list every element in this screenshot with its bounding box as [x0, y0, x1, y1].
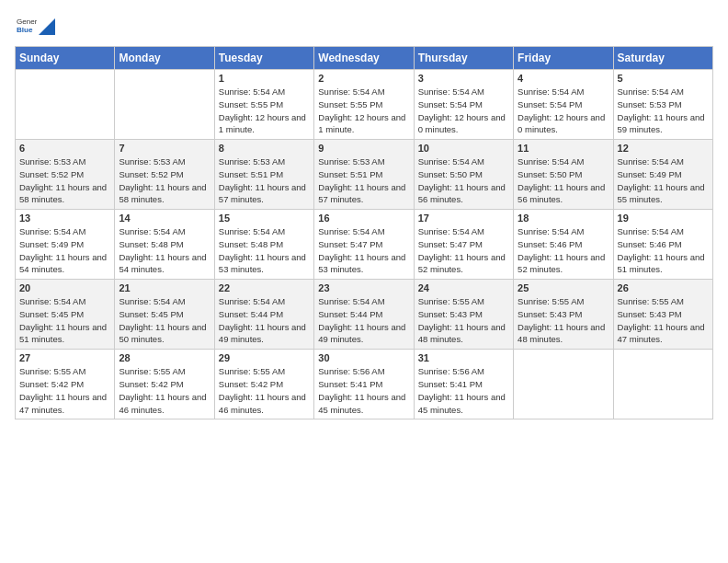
- calendar-day-cell: 16Sunrise: 5:54 AMSunset: 5:47 PMDayligh…: [314, 210, 414, 280]
- day-info: Sunrise: 5:54 AMSunset: 5:49 PMDaylight:…: [618, 155, 709, 206]
- calendar-day-cell: 27Sunrise: 5:55 AMSunset: 5:42 PMDayligh…: [16, 350, 115, 419]
- logo: General Blue: [15, 15, 55, 39]
- day-number: 18: [518, 213, 609, 224]
- calendar-day-cell: 21Sunrise: 5:54 AMSunset: 5:45 PMDayligh…: [115, 280, 214, 350]
- day-info: Sunrise: 5:54 AMSunset: 5:54 PMDaylight:…: [518, 86, 609, 136]
- day-number: 19: [618, 213, 709, 224]
- day-number: 23: [318, 282, 409, 293]
- day-info: Sunrise: 5:54 AMSunset: 5:50 PMDaylight:…: [518, 155, 609, 206]
- day-number: 26: [618, 282, 709, 293]
- day-info: Sunrise: 5:54 AMSunset: 5:46 PMDaylight:…: [518, 225, 609, 276]
- day-info: Sunrise: 5:54 AMSunset: 5:54 PMDaylight:…: [418, 86, 509, 136]
- day-number: 11: [518, 143, 609, 154]
- calendar-day-cell: 7Sunrise: 5:53 AMSunset: 5:52 PMDaylight…: [115, 140, 214, 210]
- day-number: 22: [219, 282, 310, 293]
- day-info: Sunrise: 5:55 AMSunset: 5:43 PMDaylight:…: [618, 295, 709, 346]
- day-info: Sunrise: 5:53 AMSunset: 5:52 PMDaylight:…: [19, 155, 110, 206]
- day-info: Sunrise: 5:55 AMSunset: 5:42 PMDaylight:…: [119, 365, 210, 416]
- weekday-header: Wednesday: [314, 47, 414, 70]
- calendar-day-cell: 9Sunrise: 5:53 AMSunset: 5:51 PMDaylight…: [314, 140, 414, 210]
- calendar-day-cell: 2Sunrise: 5:54 AMSunset: 5:55 PMDaylight…: [314, 70, 414, 140]
- calendar-day-cell: 6Sunrise: 5:53 AMSunset: 5:52 PMDaylight…: [16, 140, 115, 210]
- calendar-day-cell: 3Sunrise: 5:54 AMSunset: 5:54 PMDaylight…: [414, 70, 513, 140]
- calendar-day-cell: 25Sunrise: 5:55 AMSunset: 5:43 PMDayligh…: [514, 280, 613, 350]
- day-info: Sunrise: 5:54 AMSunset: 5:44 PMDaylight:…: [219, 295, 310, 346]
- day-number: 17: [418, 213, 509, 224]
- day-number: 31: [418, 352, 509, 363]
- day-info: Sunrise: 5:53 AMSunset: 5:51 PMDaylight:…: [219, 155, 310, 206]
- day-number: 29: [219, 352, 310, 363]
- day-info: Sunrise: 5:55 AMSunset: 5:43 PMDaylight:…: [418, 295, 509, 346]
- day-info: Sunrise: 5:54 AMSunset: 5:45 PMDaylight:…: [19, 295, 110, 346]
- weekday-header: Tuesday: [214, 47, 313, 70]
- day-number: 2: [318, 73, 409, 84]
- weekday-header: Saturday: [613, 47, 712, 70]
- calendar-day-cell: 15Sunrise: 5:54 AMSunset: 5:48 PMDayligh…: [214, 210, 313, 280]
- day-number: 9: [318, 143, 409, 154]
- calendar-day-cell: [514, 350, 613, 419]
- calendar-day-cell: [115, 70, 214, 140]
- day-number: 10: [418, 143, 509, 154]
- day-number: 1: [219, 73, 310, 84]
- day-info: Sunrise: 5:54 AMSunset: 5:48 PMDaylight:…: [119, 225, 210, 276]
- day-number: 16: [318, 213, 409, 224]
- calendar-week-row: 27Sunrise: 5:55 AMSunset: 5:42 PMDayligh…: [16, 350, 713, 419]
- calendar-table: SundayMondayTuesdayWednesdayThursdayFrid…: [15, 46, 713, 419]
- weekday-header: Friday: [514, 47, 613, 70]
- calendar-day-cell: 29Sunrise: 5:55 AMSunset: 5:42 PMDayligh…: [214, 350, 313, 419]
- day-info: Sunrise: 5:54 AMSunset: 5:49 PMDaylight:…: [19, 225, 110, 276]
- day-number: 25: [518, 282, 609, 293]
- logo-triangle-icon: [39, 18, 55, 35]
- day-number: 5: [618, 73, 709, 84]
- day-info: Sunrise: 5:53 AMSunset: 5:52 PMDaylight:…: [119, 155, 210, 206]
- day-number: 12: [618, 143, 709, 154]
- calendar-day-cell: 31Sunrise: 5:56 AMSunset: 5:41 PMDayligh…: [414, 350, 513, 419]
- day-info: Sunrise: 5:53 AMSunset: 5:51 PMDaylight:…: [318, 155, 409, 206]
- day-number: 3: [418, 73, 509, 84]
- calendar-day-cell: 20Sunrise: 5:54 AMSunset: 5:45 PMDayligh…: [16, 280, 115, 350]
- calendar-week-row: 13Sunrise: 5:54 AMSunset: 5:49 PMDayligh…: [16, 210, 713, 280]
- day-number: 8: [219, 143, 310, 154]
- svg-text:General: General: [17, 17, 37, 26]
- calendar-day-cell: 22Sunrise: 5:54 AMSunset: 5:44 PMDayligh…: [214, 280, 313, 350]
- calendar-day-cell: 5Sunrise: 5:54 AMSunset: 5:53 PMDaylight…: [613, 70, 712, 140]
- calendar-day-cell: 18Sunrise: 5:54 AMSunset: 5:46 PMDayligh…: [514, 210, 613, 280]
- calendar-day-cell: 19Sunrise: 5:54 AMSunset: 5:46 PMDayligh…: [613, 210, 712, 280]
- calendar-day-cell: 24Sunrise: 5:55 AMSunset: 5:43 PMDayligh…: [414, 280, 513, 350]
- day-number: 24: [418, 282, 509, 293]
- day-info: Sunrise: 5:54 AMSunset: 5:44 PMDaylight:…: [318, 295, 409, 346]
- logo-icon: General Blue: [17, 15, 37, 35]
- day-number: 6: [19, 143, 110, 154]
- day-info: Sunrise: 5:55 AMSunset: 5:42 PMDaylight:…: [19, 365, 110, 416]
- weekday-header: Sunday: [16, 47, 115, 70]
- day-info: Sunrise: 5:54 AMSunset: 5:55 PMDaylight:…: [219, 86, 310, 136]
- day-info: Sunrise: 5:54 AMSunset: 5:50 PMDaylight:…: [418, 155, 509, 206]
- svg-marker-2: [39, 18, 55, 35]
- calendar-header-row: SundayMondayTuesdayWednesdayThursdayFrid…: [16, 47, 713, 70]
- day-number: 14: [119, 213, 210, 224]
- day-info: Sunrise: 5:54 AMSunset: 5:45 PMDaylight:…: [119, 295, 210, 346]
- weekday-header: Thursday: [414, 47, 513, 70]
- calendar-day-cell: 4Sunrise: 5:54 AMSunset: 5:54 PMDaylight…: [514, 70, 613, 140]
- calendar-day-cell: [613, 350, 712, 419]
- calendar-day-cell: 30Sunrise: 5:56 AMSunset: 5:41 PMDayligh…: [314, 350, 414, 419]
- calendar-week-row: 1Sunrise: 5:54 AMSunset: 5:55 PMDaylight…: [16, 70, 713, 140]
- day-number: 27: [19, 352, 110, 363]
- day-number: 7: [119, 143, 210, 154]
- day-info: Sunrise: 5:55 AMSunset: 5:42 PMDaylight:…: [219, 365, 310, 416]
- day-number: 30: [318, 352, 409, 363]
- day-info: Sunrise: 5:54 AMSunset: 5:53 PMDaylight:…: [618, 86, 709, 136]
- calendar-day-cell: 13Sunrise: 5:54 AMSunset: 5:49 PMDayligh…: [16, 210, 115, 280]
- day-number: 28: [119, 352, 210, 363]
- day-number: 20: [19, 282, 110, 293]
- svg-text:Blue: Blue: [17, 26, 33, 34]
- calendar-day-cell: 14Sunrise: 5:54 AMSunset: 5:48 PMDayligh…: [115, 210, 214, 280]
- day-info: Sunrise: 5:55 AMSunset: 5:43 PMDaylight:…: [518, 295, 609, 346]
- day-info: Sunrise: 5:56 AMSunset: 5:41 PMDaylight:…: [318, 365, 409, 416]
- calendar-day-cell: 1Sunrise: 5:54 AMSunset: 5:55 PMDaylight…: [214, 70, 313, 140]
- calendar-week-row: 20Sunrise: 5:54 AMSunset: 5:45 PMDayligh…: [16, 280, 713, 350]
- day-info: Sunrise: 5:56 AMSunset: 5:41 PMDaylight:…: [418, 365, 509, 416]
- day-number: 21: [119, 282, 210, 293]
- calendar-day-cell: 26Sunrise: 5:55 AMSunset: 5:43 PMDayligh…: [613, 280, 712, 350]
- day-info: Sunrise: 5:54 AMSunset: 5:47 PMDaylight:…: [318, 225, 409, 276]
